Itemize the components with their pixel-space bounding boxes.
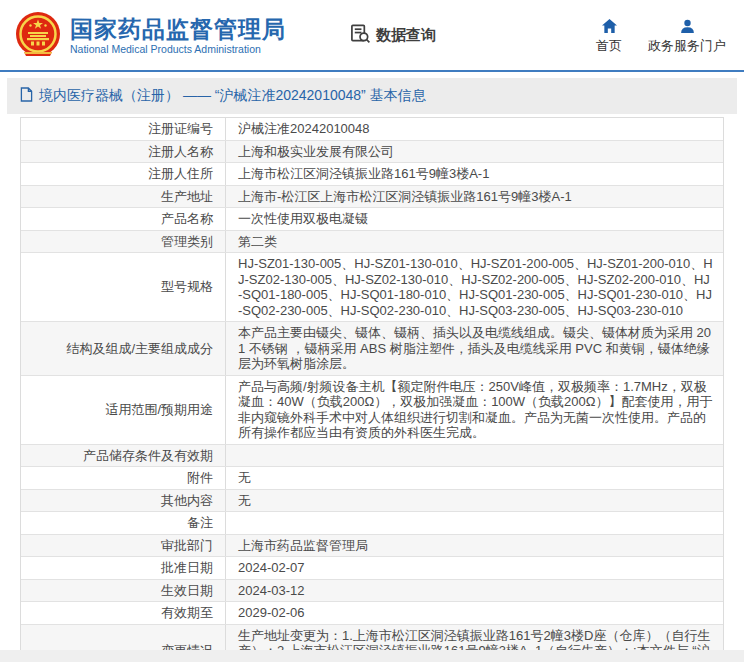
table-row: 适用范围/预期用途 产品与高频/射频设备主机【额定附件电压：250V峰值，双极频… bbox=[21, 376, 723, 445]
row-value: 上海市松江区洞泾镇振业路161号9幢3楼A-1 bbox=[238, 166, 713, 182]
row-label-text: 注册人住所 bbox=[148, 166, 213, 182]
row-label: 注册人住所 bbox=[21, 163, 226, 185]
doc-search-icon bbox=[350, 23, 371, 48]
row-label: 产品名称 bbox=[21, 208, 226, 230]
table-row: 型号规格 HJ-SZ01-130-005、HJ-SZ01-130-010、HJ-… bbox=[21, 253, 723, 322]
home-icon bbox=[601, 16, 618, 34]
nav-item-label: 政务服务门户 bbox=[648, 37, 726, 55]
table-row: 结构及组成/主要组成成分 本产品主要由镊尖、镊体、镊柄、插头以及电缆线组成。镊尖… bbox=[21, 322, 723, 376]
row-label-text: 生产地址 bbox=[161, 189, 213, 205]
row-value-cell: 沪械注准20242010048 bbox=[226, 118, 723, 140]
row-value: 2024-02-07 bbox=[238, 560, 713, 576]
row-label: 审批部门 bbox=[21, 535, 226, 557]
row-label-text: 有效期至 bbox=[161, 605, 213, 621]
row-value-cell: 无 bbox=[226, 490, 723, 512]
site-header: 国家药品监督管理局 National Medical Products Admi… bbox=[0, 0, 744, 70]
row-value: 上海市药品监督管理局 bbox=[238, 538, 713, 554]
breadcrumb-text: 境内医疗器械（注册） —— “沪械注准20242010048” 基本信息 bbox=[39, 87, 426, 105]
row-label: 管理类别 bbox=[21, 231, 226, 253]
row-label-text: 批准日期 bbox=[161, 560, 213, 576]
row-label-text: 产品储存条件及有效期 bbox=[83, 448, 213, 464]
row-value: HJ-SZ01-130-005、HJ-SZ01-130-010、HJ-SZ01-… bbox=[238, 256, 713, 318]
table-row: 附件 无 bbox=[21, 467, 723, 490]
row-label: 结构及组成/主要组成成分 bbox=[21, 322, 226, 375]
row-value: 无 bbox=[238, 470, 713, 486]
row-value-cell: 一次性使用双极电凝镊 bbox=[226, 208, 723, 230]
row-label-text: 备注 bbox=[187, 515, 213, 531]
accent-divider bbox=[0, 70, 744, 72]
row-label-text: 附件 bbox=[187, 470, 213, 486]
table-row: 产品储存条件及有效期 bbox=[21, 445, 723, 468]
brand-block: 国家药品监督管理局 National Medical Products Admi… bbox=[70, 16, 286, 55]
row-value: 上海市-松江区上海市松江区洞泾镇振业路161号9幢3楼A-1 bbox=[238, 189, 713, 205]
row-label-text: 产品名称 bbox=[161, 211, 213, 227]
row-value: 产品与高频/射频设备主机【额定附件电压：250V峰值，双极频率：1.7MHz，双… bbox=[238, 379, 713, 441]
row-value-cell bbox=[226, 512, 723, 534]
data-query-nav[interactable]: 数据查询 bbox=[350, 23, 436, 48]
row-label-text: 管理类别 bbox=[161, 234, 213, 250]
row-value: 沪械注准20242010048 bbox=[238, 121, 713, 137]
nav-item-home[interactable]: 首页 bbox=[596, 16, 622, 55]
row-label-text: 生效日期 bbox=[161, 583, 213, 599]
row-value-cell: HJ-SZ01-130-005、HJ-SZ01-130-010、HJ-SZ01-… bbox=[226, 253, 723, 321]
table-row: 注册证编号 沪械注准20242010048 bbox=[21, 118, 723, 141]
row-label-text: 适用范围/预期用途 bbox=[105, 402, 213, 418]
row-label: 批准日期 bbox=[21, 557, 226, 579]
table-row: 管理类别 第二类 bbox=[21, 231, 723, 254]
row-label-text: 注册证编号 bbox=[148, 121, 213, 137]
nav-item-label: 首页 bbox=[596, 37, 622, 55]
table-row: 备注 bbox=[21, 512, 723, 535]
row-value-cell: 2024-02-07 bbox=[226, 557, 723, 579]
row-value-cell: 2029-02-06 bbox=[226, 602, 723, 624]
row-value-cell: 上海市松江区洞泾镇振业路161号9幢3楼A-1 bbox=[226, 163, 723, 185]
table-row: 其他内容 无 bbox=[21, 490, 723, 513]
row-label: 备注 bbox=[21, 512, 226, 534]
table-row: 产品名称 一次性使用双极电凝镊 bbox=[21, 208, 723, 231]
site-subtitle: National Medical Products Administration bbox=[70, 43, 286, 55]
table-row: 有效期至 2029-02-06 bbox=[21, 602, 723, 625]
table-row: 注册人住所 上海市松江区洞泾镇振业路161号9幢3楼A-1 bbox=[21, 163, 723, 186]
table-row: 注册人名称 上海和极实业发展有限公司 bbox=[21, 141, 723, 164]
document-icon bbox=[20, 87, 33, 106]
row-label-text: 型号规格 bbox=[161, 279, 213, 295]
row-value: 本产品主要由镊尖、镊体、镊柄、插头以及电缆线组成。镊尖、镊体材质为采用 201 … bbox=[238, 325, 713, 372]
row-value: 无 bbox=[238, 493, 713, 509]
row-label: 有效期至 bbox=[21, 602, 226, 624]
row-value: 2029-02-06 bbox=[238, 605, 713, 621]
nav-item-portal[interactable]: 政务服务门户 bbox=[648, 16, 726, 55]
table-row: 生效日期 2024-03-12 bbox=[21, 580, 723, 603]
row-value-cell: 2024-03-12 bbox=[226, 580, 723, 602]
row-value: 2024-03-12 bbox=[238, 583, 713, 599]
header-nav: 首页 政务服务门户 bbox=[596, 16, 734, 55]
row-label-text: 其他内容 bbox=[161, 493, 213, 509]
row-value-cell: 无 bbox=[226, 467, 723, 489]
page-footer bbox=[0, 650, 744, 662]
national-emblem-logo bbox=[14, 11, 62, 59]
row-label-text: 注册人名称 bbox=[148, 144, 213, 160]
row-label: 产品储存条件及有效期 bbox=[21, 445, 226, 467]
row-value: 一次性使用双极电凝镊 bbox=[238, 211, 713, 227]
row-value: 第二类 bbox=[238, 234, 713, 250]
row-value: 上海和极实业发展有限公司 bbox=[238, 144, 713, 160]
site-title: 国家药品监督管理局 bbox=[70, 16, 286, 42]
row-value-cell bbox=[226, 445, 723, 467]
row-label: 注册人名称 bbox=[21, 141, 226, 163]
row-label: 型号规格 bbox=[21, 253, 226, 321]
row-label: 适用范围/预期用途 bbox=[21, 376, 226, 444]
row-label: 附件 bbox=[21, 467, 226, 489]
row-label: 其他内容 bbox=[21, 490, 226, 512]
breadcrumb: 境内医疗器械（注册） —— “沪械注准20242010048” 基本信息 bbox=[7, 78, 737, 114]
row-label: 注册证编号 bbox=[21, 118, 226, 140]
user-icon bbox=[680, 16, 695, 34]
row-value-cell: 产品与高频/射频设备主机【额定附件电压：250V峰值，双极频率：1.7MHz，双… bbox=[226, 376, 723, 444]
row-value-cell: 上海市药品监督管理局 bbox=[226, 535, 723, 557]
row-label-text: 结构及组成/主要组成成分 bbox=[66, 341, 213, 357]
table-row: 批准日期 2024-02-07 bbox=[21, 557, 723, 580]
info-table: 注册证编号 沪械注准20242010048 注册人名称 上海和极实业发展有限公司 bbox=[20, 117, 724, 662]
table-row: 生产地址 上海市-松江区上海市松江区洞泾镇振业路161号9幢3楼A-1 bbox=[21, 186, 723, 209]
row-label: 生效日期 bbox=[21, 580, 226, 602]
row-label: 生产地址 bbox=[21, 186, 226, 208]
row-value-cell: 本产品主要由镊尖、镊体、镊柄、插头以及电缆线组成。镊尖、镊体材质为采用 201 … bbox=[226, 322, 723, 375]
row-value-cell: 第二类 bbox=[226, 231, 723, 253]
row-value-cell: 上海市-松江区上海市松江区洞泾镇振业路161号9幢3楼A-1 bbox=[226, 186, 723, 208]
